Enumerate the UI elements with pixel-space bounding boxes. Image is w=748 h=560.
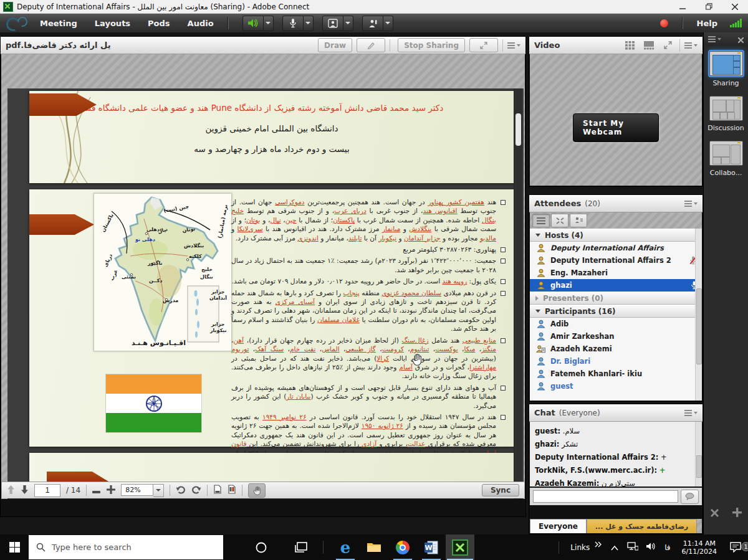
- zoom-level-value[interactable]: 82%: [121, 484, 153, 496]
- taskbar-clock[interactable]: 11:14 AM 6/11/2024: [682, 539, 717, 556]
- attendee-row[interactable]: Azadeh Kazemi: [530, 343, 702, 355]
- map-label: دکــن: [149, 278, 162, 283]
- taskbar-search[interactable]: Type here to search: [29, 535, 223, 559]
- speaker-icon[interactable]: [242, 16, 264, 31]
- close-button[interactable]: [722, 0, 748, 14]
- attendee-row[interactable]: guest: [530, 380, 702, 392]
- connection-signal-icon[interactable]: [730, 19, 742, 27]
- action-center-icon[interactable]: 1: [723, 542, 748, 553]
- layout-sharing-thumbnail[interactable]: [709, 51, 743, 76]
- microphone-icon[interactable]: [282, 16, 304, 31]
- chat-messages: guest: سلام.ghazi: تشکرDeputy Internatio…: [530, 422, 702, 486]
- attendee-row[interactable]: Adib: [530, 318, 702, 330]
- cortana-icon[interactable]: [247, 534, 276, 560]
- zoom-in-button[interactable]: [107, 485, 115, 496]
- share-pod-menu-icon[interactable]: [507, 44, 520, 47]
- start-webcam-button[interactable]: Start My Webcam: [573, 113, 659, 142]
- restore-button[interactable]: [696, 0, 722, 14]
- recording-indicator-icon[interactable]: [660, 19, 668, 27]
- attendee-row[interactable]: Deputy International Affairs: [530, 242, 702, 254]
- draw-button[interactable]: Draw: [318, 38, 352, 52]
- tab-everyone[interactable]: Everyone: [530, 519, 587, 533]
- page-down-button[interactable]: [21, 485, 29, 496]
- menu-meeting[interactable]: Meeting: [31, 19, 86, 28]
- add-layout-icon[interactable]: [732, 508, 742, 520]
- file-explorer-icon[interactable]: [360, 534, 388, 560]
- attendee-row[interactable]: Fatemeh Khanlari- ikiu: [530, 368, 702, 380]
- show-hidden-icons-chevron[interactable]: [611, 541, 618, 553]
- chat-pod-menu-icon[interactable]: [684, 412, 698, 414]
- filmstrip-view-icon[interactable]: [641, 40, 656, 51]
- chat-scrollbar-thumb[interactable]: [696, 455, 702, 478]
- volume-icon[interactable]: [646, 541, 656, 553]
- links-overflow-icon[interactable]: [595, 538, 602, 550]
- attendee-row[interactable]: Deputy International Affairs 2: [530, 254, 702, 267]
- help-menu[interactable]: Help: [688, 19, 726, 28]
- attendee-status-view-icon[interactable]: [570, 214, 587, 227]
- delete-layout-icon[interactable]: [711, 508, 719, 520]
- fullscreen-icon[interactable]: [660, 40, 675, 51]
- zoom-dropdown[interactable]: [153, 484, 164, 497]
- menu-layouts[interactable]: Layouts: [86, 19, 139, 28]
- menu-pods[interactable]: Pods: [139, 19, 179, 28]
- send-message-icon[interactable]: [681, 490, 699, 504]
- raise-hand-control: [362, 16, 393, 31]
- layouts-menu-icon[interactable]: [708, 38, 721, 40]
- presenters-section-header[interactable]: Presenters (0): [530, 292, 702, 305]
- attendees-scrollbar[interactable]: [695, 229, 702, 401]
- participants-section-header[interactable]: Participants (16): [530, 305, 702, 318]
- attendee-row[interactable]: ghazi: [530, 279, 702, 292]
- edge-browser-icon[interactable]: e: [331, 534, 360, 560]
- flag-saffron-stripe: [106, 374, 201, 394]
- raise-hand-dropdown[interactable]: [383, 16, 393, 31]
- fullscreen-icon[interactable]: [469, 38, 498, 52]
- undo-icon[interactable]: [176, 485, 186, 496]
- chrome-icon[interactable]: [388, 534, 417, 560]
- fit-width-icon[interactable]: [213, 485, 222, 496]
- grid-view-icon[interactable]: [623, 40, 638, 51]
- chat-scrollbar[interactable]: [695, 422, 702, 486]
- zoom-out-button[interactable]: [92, 485, 101, 496]
- layout-discussion-thumbnail[interactable]: [709, 96, 743, 121]
- redo-icon[interactable]: [191, 485, 201, 496]
- adobe-connect-taskbar-icon[interactable]: [446, 534, 474, 560]
- attendee-row[interactable]: Amir Zarkeshan: [530, 330, 702, 343]
- attendee-row[interactable]: Dr. Biglari: [530, 355, 702, 368]
- page-number-input[interactable]: [34, 484, 60, 497]
- minimize-button[interactable]: [669, 0, 696, 14]
- video-pod-menu-icon[interactable]: [684, 44, 698, 47]
- task-view-icon[interactable]: [287, 534, 315, 560]
- attendee-breakout-view-icon[interactable]: [551, 214, 568, 227]
- attendee-list-view-icon[interactable]: [532, 214, 550, 227]
- webcam-dropdown[interactable]: [343, 16, 353, 31]
- fit-page-icon[interactable]: [228, 485, 236, 496]
- hand-pan-tool[interactable]: [248, 483, 266, 498]
- network-icon[interactable]: [627, 541, 638, 553]
- microphone-dropdown[interactable]: [304, 16, 314, 31]
- attendee-row[interactable]: Eng. Mazaheri: [530, 267, 702, 279]
- document-scrollbar[interactable]: [514, 88, 522, 499]
- page-up-button[interactable]: [7, 485, 15, 496]
- hosts-section-header[interactable]: Hosts (4): [530, 229, 702, 242]
- raise-hand-icon[interactable]: [362, 16, 383, 31]
- speaker-dropdown[interactable]: [264, 16, 274, 31]
- participant-icon: [536, 332, 545, 341]
- document-scrollbar-thumb[interactable]: [515, 113, 521, 146]
- pointer-tool-icon[interactable]: [357, 38, 385, 52]
- links-toolbar[interactable]: Links: [570, 543, 590, 552]
- attendee-name: Fatemeh Khanlari- ikiu: [550, 369, 642, 378]
- menu-audio[interactable]: Audio: [179, 19, 223, 28]
- chat-message-input[interactable]: [533, 490, 678, 503]
- layouts-close-icon[interactable]: [738, 34, 744, 45]
- attendees-scrollbar-thumb[interactable]: [696, 288, 702, 364]
- stop-sharing-button[interactable]: Stop Sharing: [398, 38, 465, 52]
- language-indicator[interactable]: فا: [664, 543, 670, 552]
- word-icon[interactable]: W: [417, 534, 446, 560]
- start-button[interactable]: [0, 534, 29, 560]
- attendees-pod-menu-icon[interactable]: [684, 202, 698, 205]
- tab-private-chat[interactable]: ... رضای‌فاطمه جسک و غل: [587, 519, 697, 533]
- sync-button[interactable]: Sync: [482, 484, 519, 496]
- document-viewer[interactable]: دکتر سید محمد قاضی دانش آموخته رشته فیزی…: [7, 88, 524, 499]
- layout-collaboration-thumbnail[interactable]: [709, 141, 743, 166]
- webcam-icon[interactable]: [322, 16, 343, 31]
